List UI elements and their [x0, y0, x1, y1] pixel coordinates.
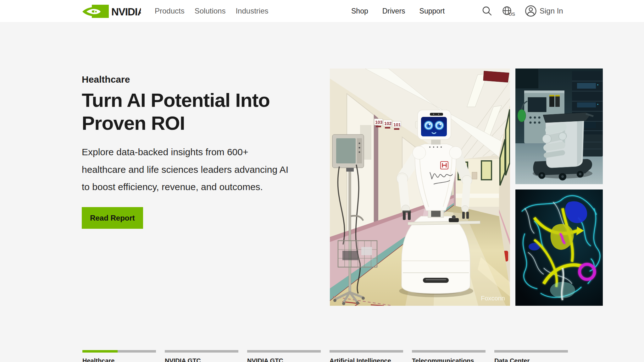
svg-text:102: 102	[384, 121, 392, 126]
hero-description-line3: to boost efficiency, revenue, and outcom…	[82, 178, 330, 196]
hero-carousel-tabs: Healthcare NVIDIA GTC NVIDIA GTC Artific…	[82, 350, 568, 362]
hero-eyebrow: Healthcare	[82, 74, 130, 85]
sign-in-button[interactable]: Sign In	[525, 0, 563, 22]
nvidia-logo[interactable]: NVIDIA	[81, 4, 141, 19]
carousel-tab-label: Healthcare	[82, 357, 156, 362]
carousel-tab-label: Telecommunications	[412, 357, 486, 362]
hero-image-robot-hallway: 103 102 101	[330, 69, 510, 306]
top-navigation-bar: NVIDIA Products Solutions Industries Sho…	[0, 0, 644, 22]
hero-description-line1: Explore data-backed insights from 600+	[82, 143, 330, 161]
nav-link-solutions[interactable]: Solutions	[195, 7, 226, 15]
carousel-tab-label: Artificial Intelligence	[330, 357, 403, 362]
nvidia-eye-icon	[82, 5, 109, 18]
user-avatar-icon	[525, 5, 537, 17]
carousel-progress-track	[247, 350, 321, 353]
carousel-tab-healthcare[interactable]: Healthcare	[82, 350, 156, 362]
carousel-tab-artificial-intelligence[interactable]: Artificial Intelligence	[330, 350, 403, 362]
carousel-tab-data-center[interactable]: Data Center	[494, 350, 568, 362]
locale-label: US	[508, 11, 515, 17]
hero-title-line1: Turn AI Potential Into	[82, 89, 270, 112]
hero-title-line2: Proven ROI	[82, 112, 270, 134]
svg-text:101: 101	[393, 122, 401, 127]
svg-text:103: 103	[375, 120, 383, 125]
nav-link-products[interactable]: Products	[155, 7, 185, 15]
locale-selector[interactable]: US	[502, 0, 514, 22]
nav-primary-links: Products Solutions Industries	[155, 0, 269, 22]
hero-title: Turn AI Potential Into Proven ROI	[82, 89, 270, 134]
search-icon	[482, 6, 492, 16]
carousel-tab-gtc-2[interactable]: NVIDIA GTC	[247, 350, 321, 362]
carousel-progress-track	[330, 350, 403, 353]
carousel-tab-label: Data Center	[494, 357, 568, 362]
carousel-tab-gtc-1[interactable]: NVIDIA GTC	[165, 350, 238, 362]
nav-link-shop[interactable]: Shop	[351, 7, 368, 15]
read-report-button[interactable]: Read Report	[82, 207, 143, 229]
image-credit: Foxconn	[481, 295, 505, 302]
hero-description: Explore data-backed insights from 600+ h…	[82, 143, 330, 196]
carousel-progress-track	[412, 350, 486, 353]
nav-link-drivers[interactable]: Drivers	[382, 7, 405, 15]
nav-link-support[interactable]: Support	[419, 7, 445, 15]
hero-image-or-robot-cart	[515, 69, 603, 184]
carousel-tab-telecommunications[interactable]: Telecommunications	[412, 350, 486, 362]
search-button[interactable]	[482, 0, 492, 22]
carousel-tab-label: NVIDIA GTC	[165, 357, 238, 362]
sign-in-label: Sign In	[540, 7, 563, 15]
hero-description-line2: healthcare and life sciences leaders adv…	[82, 161, 330, 178]
carousel-progress-track	[165, 350, 238, 353]
nav-link-industries[interactable]: Industries	[236, 7, 268, 15]
hero-image-protein-visualization	[515, 189, 603, 306]
carousel-tab-label: NVIDIA GTC	[247, 357, 321, 362]
carousel-progress-fill	[82, 350, 118, 353]
nvidia-wordmark: NVIDIA	[111, 6, 141, 18]
carousel-progress-track	[82, 350, 156, 353]
carousel-progress-track	[494, 350, 568, 353]
nav-secondary-links: Shop Drivers Support	[351, 0, 445, 22]
